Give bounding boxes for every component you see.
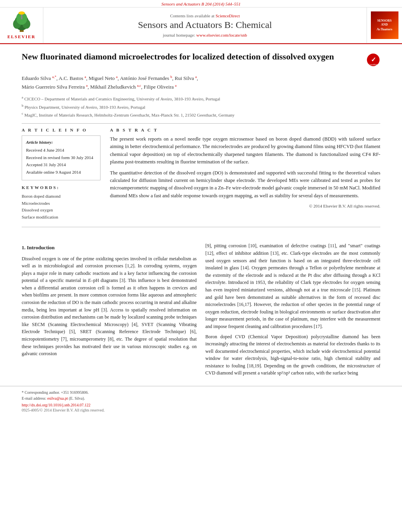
accepted-date: Accepted 31 July 2014 (26, 161, 96, 168)
affiliation-a: a CICECO – Department of Materials and C… (22, 95, 380, 102)
article-content: New fluorinated diamond microelectrodes … (0, 44, 402, 238)
header-main: ELSEVIER Contents lists available at Sci… (0, 7, 402, 43)
abstract-p1: The present work reports on a novel need… (110, 135, 380, 166)
intro-text-col2a: [9], pitting corrosion [10], examination… (205, 242, 380, 330)
svg-text:✓: ✓ (371, 56, 376, 63)
abstract-text: The present work reports on a novel need… (110, 135, 380, 209)
intro-col-left: 1. Introduction Dissolved oxygen is one … (22, 242, 197, 380)
elsevier-tree-icon (10, 11, 34, 33)
article-title: New fluorinated diamond microelectrodes … (22, 51, 358, 63)
keyword-3: Dissolved oxygen (22, 207, 100, 214)
page: Sensors and Actuators B 204 (2014) 544–5… (0, 0, 402, 532)
left-col: A R T I C L E I N F O Article history: R… (22, 128, 100, 221)
homepage-line: journal homepage: www.elsevier.com/locat… (163, 33, 247, 37)
contents-text: Contents lists available at (170, 13, 214, 18)
footnote-email: E-mail address: esilva@ua.pt (E. Silva). (22, 395, 380, 401)
footnote-star: * Corresponding author. +351 916995806. (22, 389, 380, 395)
affiliations: a CICECO – Department of Materials and C… (22, 95, 380, 119)
corresponding-author-note: * Corresponding author. +351 916995806. (22, 390, 89, 395)
doi-line: http://dx.doi.org/10.1016/j.snb.2014.07.… (22, 403, 380, 407)
article-title-section: New fluorinated diamond microelectrodes … (22, 51, 380, 70)
two-col-section: A R T I C L E I N F O Article history: R… (22, 128, 380, 221)
intro-text-col1: Dissolved oxygen is one of the prime oxi… (22, 255, 197, 358)
body-two-col: 1. Introduction Dissolved oxygen is one … (0, 238, 402, 384)
article-info-box: Article history: Received 4 June 2014 Re… (22, 135, 100, 180)
abstract-label: A B S T R A C T (110, 128, 380, 132)
footer-section: * Corresponding author. +351 916995806. … (0, 386, 402, 415)
journal-citation: Sensors and Actuators B 204 (2014) 544–5… (0, 0, 402, 7)
issn-line: 0925-4005/© 2014 Elsevier B.V. All right… (22, 408, 380, 412)
intro-heading: 1. Introduction (22, 244, 197, 252)
journal-header: Sensors and Actuators B 204 (2014) 544–5… (0, 0, 402, 44)
contents-line: Contents lists available at ScienceDirec… (170, 13, 240, 18)
divider-2 (22, 227, 380, 227)
homepage-text: journal homepage: (163, 33, 195, 37)
keyword-4: Surface modification (22, 214, 100, 221)
keywords-label: Keywords: (22, 185, 100, 190)
crossmark-icon: ✓ CrossMark (366, 53, 380, 67)
affiliation-b: b Physics Department, University of Avei… (22, 103, 380, 111)
keyword-2: Microelectrodes (22, 200, 100, 207)
sciencedirect-link[interactable]: ScienceDirect (216, 13, 240, 18)
article-history-title: Article history: (26, 140, 96, 145)
received-date: Received 4 June 2014 (26, 147, 96, 154)
email-link[interactable]: esilva@ua.pt (47, 396, 68, 400)
keywords-box: Keywords: Boron doped diamond Microelect… (22, 185, 100, 221)
available-date: Available online 9 August 2014 (26, 169, 96, 176)
keyword-1: Boron doped diamond (22, 193, 100, 200)
elsevier-label: ELSEVIER (7, 34, 36, 39)
sensors-logo-box: SENSORSANDAcTuators (371, 11, 398, 39)
sensors-logo: SENSORSANDAcTuators (367, 7, 402, 43)
svg-text:CrossMark: CrossMark (368, 63, 378, 66)
divider-1 (22, 123, 380, 124)
journal-center: Contents lists available at ScienceDirec… (43, 7, 367, 43)
homepage-link[interactable]: www.elsevier.com/locate/snb (196, 33, 247, 37)
journal-title: Sensors and Actuators B: Chemical (138, 20, 272, 30)
sensors-logo-text: SENSORSANDAcTuators (376, 19, 392, 32)
received-revised-date: Received in revised form 30 July 2014 (26, 154, 96, 161)
article-info-label: A R T I C L E I N F O (22, 128, 100, 132)
right-col: A B S T R A C T The present work reports… (110, 128, 380, 221)
elsevier-logo: ELSEVIER (0, 7, 43, 43)
authors: Eduardo Silva a,*, A.C. Bastos a, Miguel… (22, 74, 380, 91)
intro-col-right: [9], pitting corrosion [10], examination… (205, 242, 380, 380)
abstract-p2: The quantitative detection of the dissol… (110, 169, 380, 200)
affiliation-c: c MagIC, Institute of Materials Research… (22, 111, 380, 119)
copyright-line: © 2014 Elsevier B.V. All rights reserved… (110, 203, 380, 209)
svg-point-6 (19, 11, 25, 15)
intro-text-col2b: Boron doped CVD (Chemical Vapor Depositi… (205, 333, 380, 377)
